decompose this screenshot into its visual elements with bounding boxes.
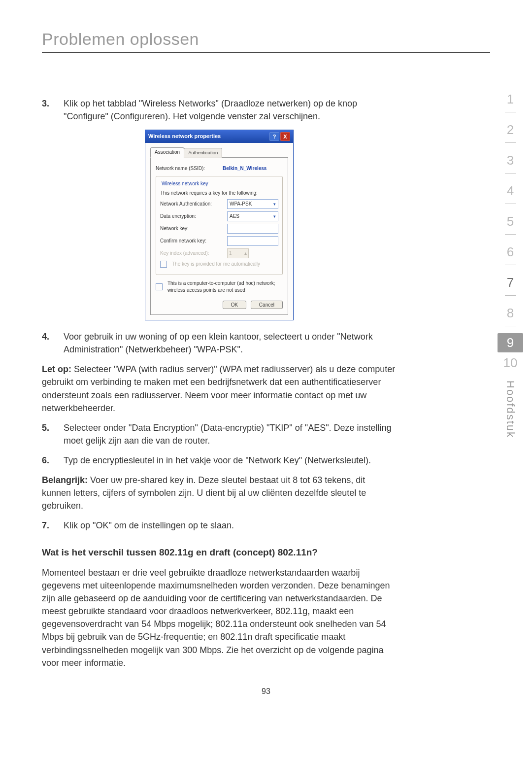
key-index-stepper: 1▴	[227, 248, 249, 258]
note1-text: Selecteer "WPA (with radius server)" (WP…	[42, 364, 395, 413]
step-7-text: Klik op "OK" om de instellingen op te sl…	[64, 519, 397, 532]
chapter-sidebar: 1 2 3 4 5 6 7 8 9 10 Hoofdstuk	[498, 89, 523, 440]
enc-value: AES	[230, 213, 239, 220]
cancel-button[interactable]: Cancel	[251, 301, 283, 309]
dialog-title: Wireless network properties	[148, 133, 221, 140]
auth-select[interactable]: WPA-PSK ▾	[227, 199, 278, 209]
chapter-tab-4[interactable]: 4	[498, 180, 523, 211]
enc-select[interactable]: AES ▾	[227, 211, 278, 221]
chevron-down-icon: ▾	[273, 201, 276, 207]
page-title: Problemen oplossen	[42, 30, 490, 53]
close-icon[interactable]: X	[280, 132, 290, 141]
help-icon[interactable]: ?	[269, 132, 279, 141]
chapter-tab-1[interactable]: 1	[498, 89, 523, 119]
chapter-tab-10[interactable]: 10	[498, 352, 523, 378]
ok-button[interactable]: OK	[223, 301, 246, 309]
confirm-key-label: Confirm network key:	[160, 238, 224, 245]
network-key-input[interactable]	[227, 224, 278, 234]
confirm-key-input[interactable]	[227, 236, 278, 246]
tab-association[interactable]: Association	[150, 147, 184, 158]
fieldset-text: This network requires a key for the foll…	[160, 190, 278, 197]
note1-lead: Let op:	[42, 364, 71, 374]
ssid-value: Belkin_N_Wireless	[223, 165, 266, 173]
step-6-number: 6.	[42, 454, 64, 467]
chevron-down-icon: ▾	[273, 213, 276, 220]
key-index-label: Key index (advanced):	[160, 250, 224, 257]
sidebar-label: Hoofdstuk	[504, 380, 517, 438]
step-7-number: 7.	[42, 519, 64, 532]
network-key-label: Network key:	[160, 225, 224, 233]
chapter-tab-8[interactable]: 8	[498, 303, 523, 333]
chapter-tab-5[interactable]: 5	[498, 211, 523, 242]
page-number: 93	[42, 687, 490, 696]
note2-lead: Belangrijk:	[42, 475, 88, 485]
chapter-tab-2[interactable]: 2	[498, 119, 523, 150]
step-3-number: 3.	[42, 97, 64, 123]
wireless-network-properties-dialog: Wireless network properties ? X Associat…	[145, 130, 294, 320]
chapter-tab-9-active[interactable]: 9	[498, 333, 523, 352]
step-4-number: 4.	[42, 330, 64, 356]
step-3-text: Klik op het tabblad "Wireless Networks" …	[64, 97, 397, 123]
adhoc-label: This is a computer-to-computer (ad hoc) …	[167, 280, 283, 294]
auth-label: Network Authentication:	[160, 201, 224, 208]
auto-key-label: The key is provided for me automatically	[172, 261, 260, 268]
fieldset-legend: Wireless network key	[160, 180, 209, 188]
step-6-text: Typ de encryptiesleutel in in het vakje …	[64, 454, 397, 467]
subheading: Wat is het verschil tussen 802.11g en dr…	[42, 546, 397, 559]
paragraph-standards: Momenteel bestaan er drie veel gebruikte…	[42, 566, 397, 669]
step-5-number: 5.	[42, 421, 64, 447]
enc-label: Data encryption:	[160, 213, 224, 220]
chapter-tab-3[interactable]: 3	[498, 150, 523, 180]
adhoc-checkbox[interactable]	[156, 283, 163, 290]
chapter-tab-7[interactable]: 7	[498, 272, 523, 303]
step-4-text: Voor gebruik in uw woning of op een klei…	[64, 330, 397, 356]
chapter-tab-6[interactable]: 6	[498, 242, 523, 272]
tab-authentication[interactable]: Authentication	[184, 148, 222, 158]
auth-value: WPA-PSK	[230, 201, 252, 208]
note2-text: Voer uw pre-shared key in. Deze sleutel …	[42, 475, 366, 511]
key-index-value: 1	[229, 250, 232, 257]
auto-key-checkbox	[160, 261, 167, 268]
ssid-label: Network name (SSID):	[156, 165, 220, 173]
step-5-text: Selecteer onder "Data Encryption" (Data-…	[64, 421, 397, 447]
